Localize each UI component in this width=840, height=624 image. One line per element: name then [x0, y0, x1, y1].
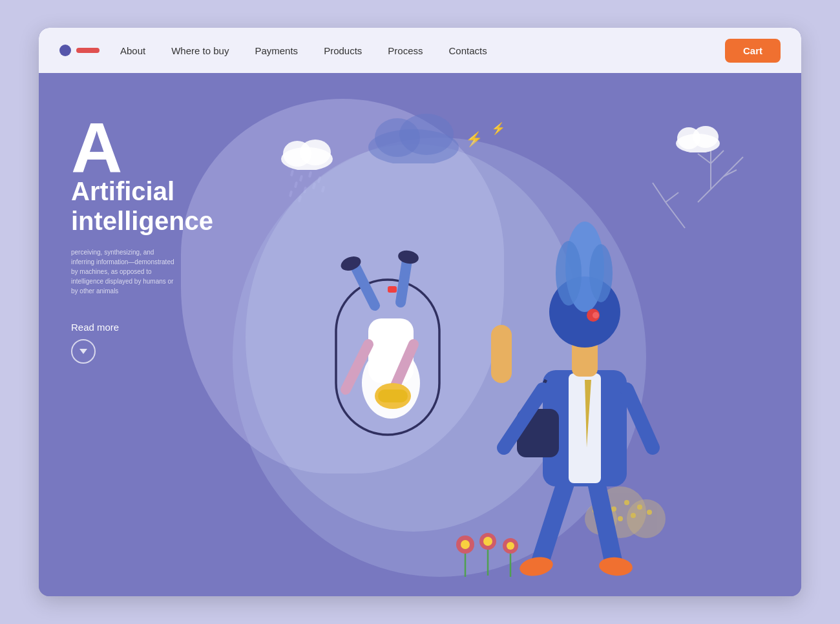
blue-cloud	[362, 105, 465, 166]
svg-point-33	[461, 540, 470, 549]
navbar: About Where to buy Payments Products Pro…	[39, 28, 801, 73]
svg-point-29	[647, 510, 652, 515]
svg-point-27	[631, 513, 636, 518]
arrow-down-icon	[79, 349, 87, 354]
hero-text-block: A Artificial intelligence perceiving, sy…	[71, 112, 213, 364]
nav-link-products[interactable]: Products	[324, 45, 362, 56]
hero-letter: A	[71, 112, 213, 183]
logo-circle	[59, 45, 71, 56]
white-cloud-right	[672, 121, 724, 155]
nav-links: About Where to buy Payments Products Pro…	[120, 45, 725, 56]
svg-point-36	[483, 537, 492, 546]
svg-point-2	[399, 114, 454, 155]
svg-line-49	[401, 260, 407, 302]
nav-link-about[interactable]: About	[120, 45, 145, 56]
svg-point-21	[627, 499, 666, 538]
hero-section: ⚡ ⚡	[39, 73, 801, 596]
hero-description: perceiving, synthesizing, and inferring …	[71, 247, 174, 296]
svg-point-23	[611, 506, 616, 512]
svg-point-56	[598, 556, 633, 577]
svg-point-25	[637, 504, 642, 510]
logo-bar	[76, 48, 100, 53]
svg-point-71	[593, 312, 599, 318]
nav-link-process[interactable]: Process	[388, 45, 423, 56]
svg-line-13	[724, 170, 737, 176]
svg-point-68	[556, 241, 582, 306]
white-cloud-left	[278, 134, 336, 172]
nav-link-contacts[interactable]: Contacts	[449, 45, 487, 56]
svg-line-12	[724, 157, 743, 176]
svg-point-8	[693, 126, 719, 148]
svg-rect-58	[569, 373, 601, 483]
svg-point-69	[589, 244, 613, 302]
nav-logo	[59, 45, 100, 56]
scroll-down-button[interactable]	[71, 339, 96, 364]
svg-line-14	[666, 202, 685, 228]
nav-link-where-to-buy[interactable]: Where to buy	[171, 45, 229, 56]
svg-line-15	[653, 183, 666, 202]
svg-point-5	[300, 140, 331, 165]
browser-window: About Where to buy Payments Products Pro…	[39, 28, 801, 596]
svg-rect-64	[491, 325, 512, 383]
svg-line-19	[698, 154, 711, 163]
nav-link-payments[interactable]: Payments	[255, 45, 298, 56]
svg-rect-52	[388, 286, 397, 293]
svg-point-24	[624, 500, 629, 505]
cart-button[interactable]: Cart	[725, 39, 781, 63]
svg-rect-47	[378, 390, 408, 402]
hero-title: Artificial intelligence	[71, 176, 213, 236]
svg-point-26	[618, 516, 623, 521]
svg-point-39	[507, 542, 514, 550]
svg-line-16	[666, 192, 678, 202]
svg-line-54	[594, 473, 614, 564]
read-more-label[interactable]: Read more	[71, 322, 119, 333]
read-more-section: Read more	[71, 322, 213, 364]
